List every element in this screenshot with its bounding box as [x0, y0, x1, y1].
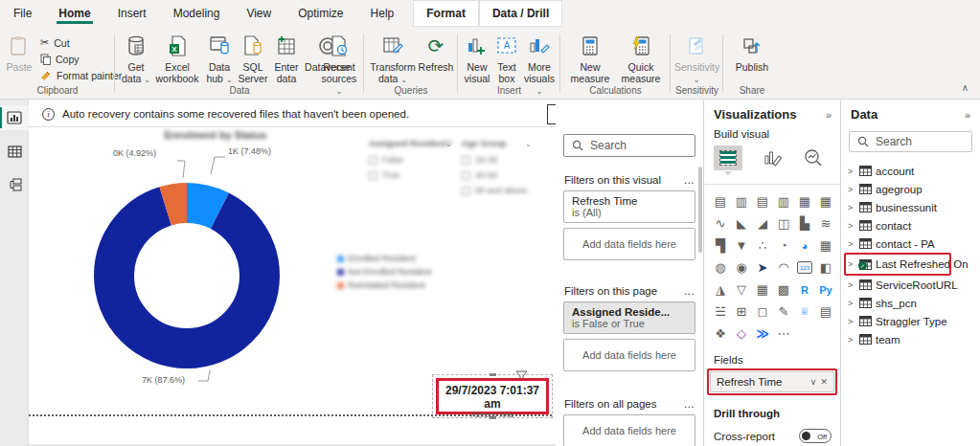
kpi-icon[interactable]: ◮: [710, 279, 731, 301]
checkbox-icon[interactable]: [462, 187, 470, 195]
filled-map-icon[interactable]: ◉: [731, 256, 752, 279]
report-view-button[interactable]: [0, 105, 29, 130]
filter-card-refresh-time[interactable]: Refresh Time is (All): [563, 190, 695, 223]
more-options-icon[interactable]: …: [684, 174, 695, 186]
data-search-input[interactable]: Search: [849, 131, 972, 152]
chevron-right-icon[interactable]: >: [848, 335, 855, 345]
qa-visual-icon[interactable]: ◻: [752, 301, 773, 323]
chevron-right-icon[interactable]: >: [848, 221, 855, 231]
build-visual-tab[interactable]: [714, 145, 742, 170]
collapse-pane-icon[interactable]: »: [965, 109, 970, 121]
menu-tab-insert[interactable]: Insert: [104, 0, 160, 27]
slicer-option[interactable]: True: [369, 167, 452, 183]
slicer-option[interactable]: 18-39: [462, 152, 528, 167]
menu-tab-help[interactable]: Help: [357, 0, 408, 27]
line-clustered-column-chart-icon[interactable]: ▙: [794, 212, 815, 234]
stacked-column-chart-icon[interactable]: ▥: [731, 190, 752, 212]
clustered-bar-chart-icon[interactable]: ▤: [752, 190, 773, 212]
more-options-icon[interactable]: …: [684, 285, 695, 297]
add-data-fields-dropzone[interactable]: Add data fields here: [563, 228, 695, 260]
chevron-right-icon[interactable]: >: [848, 317, 855, 326]
pie-chart-icon[interactable]: ◔: [773, 234, 794, 256]
refresh-button[interactable]: ⟳ Refresh: [418, 33, 454, 73]
filter-card-assigned-resident[interactable]: Assigned Reside... is False or True: [563, 301, 695, 334]
table-row-account[interactable]: > account: [841, 162, 980, 180]
chevron-right-icon[interactable]: >: [848, 185, 855, 194]
format-visual-tab[interactable]: [763, 148, 783, 167]
format-painter-button[interactable]: Format painter: [40, 67, 122, 83]
collapse-ribbon-icon[interactable]: ∧: [962, 82, 969, 93]
filters-scrollbar[interactable]: [698, 167, 702, 253]
menu-tab-home[interactable]: Home: [45, 0, 103, 27]
treemap-icon[interactable]: ▦: [815, 234, 836, 256]
slicer-option[interactable]: False: [369, 152, 452, 167]
table-row-contact-pa[interactable]: > contact - PA: [841, 234, 980, 253]
stacked-area-chart-icon[interactable]: ◢: [752, 212, 773, 234]
decomposition-tree-icon[interactable]: ⊞: [731, 301, 752, 323]
clustered-column-chart-icon[interactable]: ▥: [773, 190, 794, 212]
collapse-pane-icon[interactable]: »: [826, 109, 832, 121]
data-hub-button[interactable]: Data hub ⌄: [203, 33, 236, 86]
power-apps-visual-icon[interactable]: ◇: [731, 323, 752, 345]
table-row-servicerooturl[interactable]: > ServiceRootURL: [841, 276, 980, 294]
resize-handle[interactable]: [490, 373, 496, 376]
key-influencers-icon[interactable]: ☱: [710, 301, 731, 323]
chevron-right-icon[interactable]: >: [848, 280, 855, 290]
matrix-icon[interactable]: ▩: [773, 279, 794, 301]
chevron-right-icon[interactable]: >: [848, 203, 855, 212]
add-data-fields-dropzone[interactable]: Add data fields here: [563, 414, 695, 446]
table-row-businessunit[interactable]: > businessunit: [841, 198, 980, 216]
chevron-down-icon[interactable]: ⌄: [445, 140, 452, 148]
slicer-option[interactable]: 40-59: [462, 167, 528, 183]
table-row-agegroup[interactable]: > agegroup: [841, 180, 980, 198]
ribbon-chart-icon[interactable]: ≋: [815, 212, 836, 234]
refresh-time-card[interactable]: 29/7/2023 7:01:37 am Refresh Time: [436, 378, 549, 414]
checkbox-icon[interactable]: [369, 171, 377, 180]
area-chart-icon[interactable]: ◣: [731, 212, 752, 234]
model-view-button[interactable]: [0, 172, 29, 197]
add-data-fields-dropzone[interactable]: Add data fields here: [563, 339, 695, 371]
cross-report-toggle[interactable]: Off: [799, 429, 832, 443]
donut-chart-icon[interactable]: ◕: [794, 234, 815, 256]
new-measure-button[interactable]: New measure: [566, 33, 614, 84]
menu-tab-data-drill[interactable]: Data / Drill: [479, 0, 562, 27]
chevron-down-icon[interactable]: ⌄: [525, 140, 532, 148]
scatter-chart-icon[interactable]: ∴: [752, 234, 773, 256]
menu-tab-modeling[interactable]: Modeling: [160, 0, 234, 27]
funnel-chart-icon[interactable]: ▼: [731, 234, 752, 256]
table-row-team[interactable]: > team: [841, 330, 980, 348]
quick-measure-button[interactable]: Quick measure: [616, 33, 666, 84]
python-visual-icon[interactable]: Py: [815, 279, 836, 301]
chevron-right-icon[interactable]: >: [848, 259, 855, 269]
slicer-icon[interactable]: ▽: [731, 279, 752, 301]
chevron-right-icon[interactable]: >: [848, 239, 855, 249]
menu-tab-optimize[interactable]: Optimize: [285, 0, 356, 27]
filters-search-input[interactable]: Search: [563, 134, 695, 157]
publish-button[interactable]: Publish: [731, 33, 773, 73]
table-row-last-refreshed-on[interactable]: > ✓ Last Refreshed On: [841, 253, 980, 276]
gauge-icon[interactable]: ◠: [773, 256, 794, 279]
table-view-button[interactable]: [0, 139, 29, 164]
donut-chart[interactable]: [81, 134, 302, 392]
arcgis-map-icon[interactable]: ❖: [710, 323, 731, 345]
metrics-icon[interactable]: ♕: [794, 301, 815, 323]
text-box-button[interactable]: A Text box: [492, 33, 521, 84]
chevron-down-icon[interactable]: ∨: [810, 377, 817, 387]
paste-button[interactable]: Paste: [2, 33, 36, 73]
get-data-button[interactable]: Get data ⌄: [119, 33, 153, 86]
menu-tab-format[interactable]: Format: [413, 0, 479, 27]
checkbox-icon[interactable]: [369, 156, 377, 165]
sensitivity-button[interactable]: Sensitivity ⌄: [674, 33, 718, 86]
stacked-bar-chart-icon[interactable]: ▤: [710, 190, 731, 212]
transform-data-button[interactable]: Transform data ⌄: [368, 33, 418, 86]
more-options-icon[interactable]: …: [684, 398, 695, 410]
copy-button[interactable]: Copy: [40, 51, 122, 67]
slicer-option[interactable]: 60 and above: [462, 183, 528, 198]
azure-map-icon[interactable]: ➤: [752, 256, 773, 279]
refresh-time-field-well[interactable]: Refresh Time ∨ ✕: [710, 371, 834, 392]
get-more-visuals-icon[interactable]: ⋯: [773, 323, 794, 345]
card-icon[interactable]: 123: [794, 256, 815, 279]
power-automate-visual-icon[interactable]: ≫: [752, 323, 773, 345]
sql-server-button[interactable]: SQL Server: [236, 33, 270, 84]
menu-tab-view[interactable]: View: [233, 0, 285, 27]
